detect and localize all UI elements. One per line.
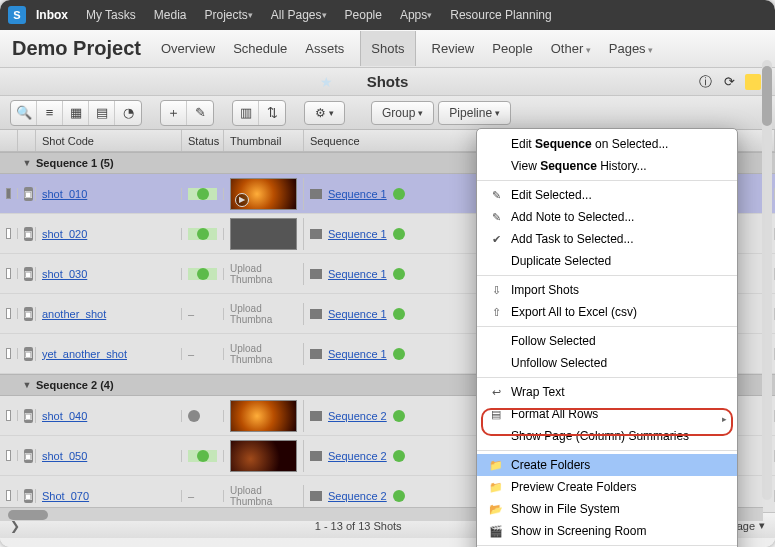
row-checkbox[interactable] [6, 348, 11, 359]
row-checkbox[interactable] [6, 308, 11, 319]
tab-other[interactable]: Other [549, 31, 593, 66]
menu-add-task[interactable]: ✔Add Task to Selected... [477, 228, 737, 250]
thumbnail-view-icon[interactable]: ▦ [63, 101, 89, 125]
sequence-link[interactable]: Sequence 1 [328, 188, 387, 200]
menu-follow[interactable]: Follow Selected [477, 330, 737, 352]
shot-link[interactable]: shot_030 [42, 268, 87, 280]
col-thumbnail[interactable]: Thumbnail [224, 130, 304, 151]
nav-media[interactable]: Media [154, 8, 187, 22]
task-view-icon[interactable]: ◔ [115, 101, 141, 125]
row-checkbox[interactable] [6, 188, 11, 199]
menu-add-note[interactable]: ✎Add Note to Selected... [477, 206, 737, 228]
search-icon[interactable]: 🔍 [11, 101, 37, 125]
upload-thumbnail-link[interactable]: Upload Thumbna [230, 303, 297, 325]
thumbnail[interactable] [230, 218, 297, 250]
upload-thumbnail-link[interactable]: Upload Thumbna [230, 263, 297, 285]
sequence-link[interactable]: Sequence 1 [328, 228, 387, 240]
menu-format-rows[interactable]: ▤Format All Rows [477, 403, 737, 425]
thumbnail[interactable]: ▶ [230, 178, 297, 210]
gear-menu-button[interactable]: ⚙ [304, 101, 345, 125]
shot-link[interactable]: shot_040 [42, 410, 87, 422]
tab-people[interactable]: People [490, 31, 534, 66]
tab-review[interactable]: Review [430, 31, 477, 66]
sequence-link[interactable]: Sequence 2 [328, 490, 387, 502]
menu-wrap-text[interactable]: ↩Wrap Text [477, 381, 737, 403]
refresh-icon[interactable]: ⟳ [721, 74, 737, 90]
sequence-link[interactable]: Sequence 2 [328, 450, 387, 462]
row-range-label: 1 - 13 of 13 Shots [315, 520, 402, 532]
upload-thumbnail-link[interactable]: Upload Thumbna [230, 485, 297, 507]
status-dot-icon[interactable] [197, 228, 209, 240]
shot-link[interactable]: shot_020 [42, 228, 87, 240]
shot-link[interactable]: yet_another_shot [42, 348, 127, 360]
status-dot-icon[interactable] [188, 410, 200, 422]
tab-shots[interactable]: Shots [360, 31, 415, 66]
status-dot-icon[interactable] [197, 268, 209, 280]
row-checkbox[interactable] [6, 268, 11, 279]
col-shot-code[interactable]: Shot Code [36, 130, 182, 151]
nav-projects[interactable]: Projects [204, 8, 252, 22]
pipeline-button[interactable]: Pipeline [438, 101, 511, 125]
status-dot-icon [393, 188, 405, 200]
status-dot-icon [393, 228, 405, 240]
col-checkbox[interactable] [0, 130, 18, 151]
sequence-link[interactable]: Sequence 1 [328, 348, 387, 360]
tab-assets[interactable]: Assets [303, 31, 346, 66]
status-dot-icon[interactable] [197, 188, 209, 200]
menu-unfollow[interactable]: Unfollow Selected [477, 352, 737, 374]
detail-view-icon[interactable]: ▤ [89, 101, 115, 125]
nav-apps[interactable]: Apps [400, 8, 432, 22]
nav-my-tasks[interactable]: My Tasks [86, 8, 136, 22]
col-handle [18, 130, 36, 151]
menu-import-shots[interactable]: ⇩Import Shots [477, 279, 737, 301]
sort-button[interactable]: ⇅ [259, 101, 285, 125]
menu-export-excel[interactable]: ⇧Export All to Excel (csv) [477, 301, 737, 323]
menu-show-in-file-system[interactable]: 📂Show in File System [477, 498, 737, 520]
edit-button[interactable]: ✎ [187, 101, 213, 125]
play-icon[interactable]: ▶ [235, 193, 249, 207]
menu-view-sequence-history[interactable]: View Sequence History... [477, 155, 737, 177]
nav-all-pages[interactable]: All Pages [271, 8, 327, 22]
thumbnail[interactable] [230, 440, 297, 472]
thumbnail[interactable] [230, 400, 297, 432]
sequence-link[interactable]: Sequence 1 [328, 308, 387, 320]
row-checkbox[interactable] [6, 410, 11, 421]
info-icon[interactable]: ⓘ [697, 74, 713, 90]
favorite-star-icon[interactable]: ★ [320, 74, 333, 90]
tab-pages[interactable]: Pages [607, 31, 655, 66]
col-status[interactable]: Status [182, 130, 224, 151]
sequence-link[interactable]: Sequence 1 [328, 268, 387, 280]
group-button[interactable]: Group [371, 101, 434, 125]
app-logo[interactable]: S [8, 6, 26, 24]
menu-duplicate[interactable]: Duplicate Selected [477, 250, 737, 272]
row-checkbox[interactable] [6, 450, 11, 461]
note-icon: ✎ [489, 211, 503, 224]
row-checkbox[interactable] [6, 490, 11, 501]
menu-edit-selected[interactable]: ✎Edit Selected... [477, 184, 737, 206]
list-view-icon[interactable]: ≡ [37, 101, 63, 125]
menu-edit-sequence[interactable]: Edit Sequence on Selected... [477, 133, 737, 155]
menu-preview-create-folders[interactable]: 📁Preview Create Folders [477, 476, 737, 498]
menu-show-in-screening-room[interactable]: 🎬Show in Screening Room [477, 520, 737, 542]
row-checkbox[interactable] [6, 228, 11, 239]
shot-link[interactable]: another_shot [42, 308, 106, 320]
nav-inbox[interactable]: Inbox [36, 8, 68, 22]
nav-resource-planning[interactable]: Resource Planning [450, 8, 551, 22]
help-note-icon[interactable] [745, 74, 761, 90]
shot-link[interactable]: Shot_070 [42, 490, 89, 502]
nav-people[interactable]: People [345, 8, 382, 22]
vertical-scrollbar[interactable] [762, 60, 772, 500]
tab-schedule[interactable]: Schedule [231, 31, 289, 66]
sequence-icon [310, 451, 322, 461]
fields-button[interactable]: ▥ [233, 101, 259, 125]
shot-link[interactable]: shot_010 [42, 188, 87, 200]
top-nav: S InboxMy TasksMediaProjectsAll PagesPeo… [0, 0, 775, 30]
menu-show-summaries[interactable]: Show Page (Column) Summaries [477, 425, 737, 447]
status-dot-icon[interactable] [197, 450, 209, 462]
upload-thumbnail-link[interactable]: Upload Thumbna [230, 343, 297, 365]
shot-link[interactable]: shot_050 [42, 450, 87, 462]
menu-create-folders[interactable]: 📁Create Folders [477, 454, 737, 476]
tab-overview[interactable]: Overview [159, 31, 217, 66]
sequence-link[interactable]: Sequence 2 [328, 410, 387, 422]
add-button[interactable]: ＋ [161, 101, 187, 125]
